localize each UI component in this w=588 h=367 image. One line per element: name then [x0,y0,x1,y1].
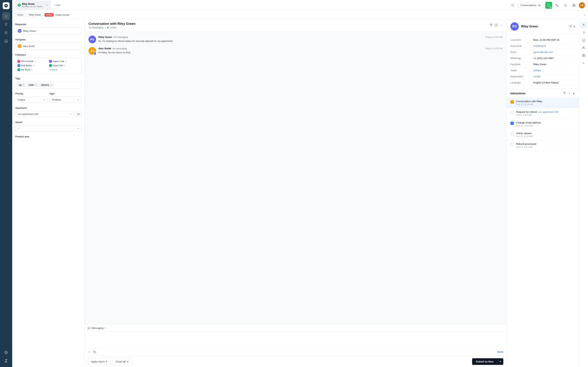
follower-dot [49,60,52,63]
notifications-btn[interactable] [562,2,569,9]
follower-remove[interactable]: ✕ [31,69,33,71]
rs-list-icon[interactable] [580,29,587,36]
followers-label: Followers [15,54,81,56]
tag-vip-remove[interactable]: ✕ [22,84,24,86]
interactions-collapse-icon[interactable]: ▲ [572,92,575,95]
priority-select[interactable]: Urgent ▾ [15,97,47,103]
tag-order-remove[interactable]: ✕ [35,84,36,86]
svg-point-9 [78,114,79,115]
reply-tools: ☺ 📎 [88,350,96,354]
nav-tickets[interactable]: ☰ [2,21,10,28]
interactions-header[interactable]: Interactions ⋮ ▲ [507,89,579,98]
interaction-content-4: Article viewed Jan 21, 9:14 AM [516,132,575,138]
tag-delivery-remove[interactable]: ✕ [50,84,51,86]
reply-channel-selector[interactable]: Messaging ▾ [88,327,503,332]
svg-rect-25 [582,56,583,57]
filter-icon[interactable] [490,24,493,27]
follower-name: Hope Hall [53,64,63,67]
attachment-icon[interactable]: 📎 [93,350,96,354]
breadcrumb-org[interactable]: Acme [15,13,25,17]
interactions-more-icon[interactable]: ⋮ [568,92,571,95]
apartment-chevron: ▾ [70,113,71,116]
apply-macro-button[interactable]: Apply macro ▾ [88,358,111,365]
interaction-icon-5 [510,143,514,146]
interaction-title-2: Request for refund: Lux apartment 203 [516,110,575,113]
close-tab-button[interactable]: Close tab ▾ [112,358,132,365]
svg-line-13 [570,25,571,26]
message-row-2: AS Alex Smith via messaging Today at 9:0… [88,47,503,55]
breadcrumb-user[interactable]: Riley Green [27,13,43,17]
about-select[interactable]: - ▾ [15,125,81,132]
apartment-select[interactable]: Lux apartment 203 ▾ [15,111,74,117]
submit-dropdown-button[interactable]: ▾ [497,358,503,365]
current-tab[interactable]: Riley Green Hi Riley, let me check ... ✕ [15,1,51,10]
interaction-item-3[interactable]: Change email address Jan 21, 9:43 AM [507,119,579,130]
conversations-btn[interactable]: Conversations 0 [518,2,544,8]
breadcrumb-right: › [584,13,585,17]
interaction-item-5[interactable]: Refund processed Jan 21, 8:14 AM [507,140,579,151]
content-columns: Requester RG Riley Green Assignee AS Ale… [12,19,588,367]
apartment-row: Lux apartment 203 ▾ [15,111,81,117]
reply-input-area[interactable] [88,333,503,348]
nav-users[interactable] [2,29,10,37]
rs-book-icon[interactable] [580,37,587,44]
contact-header-actions: ▾ [569,25,575,28]
svg-marker-14 [563,92,566,94]
rs-grid-icon[interactable] [580,52,587,59]
contact-row-email: Email rgreen@mail.com [510,49,575,55]
rs-add-icon[interactable] [580,60,587,67]
user-avatar[interactable]: AS [579,2,585,8]
app-logo [3,2,9,9]
interaction-link-2[interactable]: Lux apartment 203 [538,110,559,113]
assignee-input[interactable]: AS Alex Smith [15,42,81,50]
nav-zendesk[interactable]: Z [2,357,10,365]
collapse-icon[interactable]: ▾ [573,25,575,28]
tab-close-btn[interactable]: ✕ [46,4,48,7]
interaction-date-4: Jan 21, 9:14 AM [516,135,575,138]
svg-point-12 [94,53,96,54]
follower-remove[interactable]: ✕ [34,60,36,63]
interactions-filter-icon[interactable] [563,92,566,95]
interaction-item-1[interactable]: Conversation with Riley Feb 12, 8:14 AM [507,98,579,108]
type-select[interactable]: Problem ▾ [50,97,82,103]
apartment-label: Apartment [15,107,81,109]
grid-btn[interactable] [571,2,577,9]
contact-row-localtime: Local time Mon, 12:46 PM GMT+8 [510,37,575,43]
rs-people-icon[interactable] [580,44,587,51]
messages-area: RG Riley Green via messaging Today at 9:… [85,32,506,324]
followers-more[interactable]: +2 more [49,68,79,71]
requester-input[interactable]: RG Riley Green [15,27,81,34]
rs-user-icon[interactable] [580,22,587,28]
more-icon[interactable]: ⋮ [500,24,503,27]
product-area-label: Product area [15,135,81,138]
interactions-label: Interactions [510,92,526,95]
interaction-item-2[interactable]: Request for refund: Lux apartment 203 Fe… [507,108,579,119]
compose-btn[interactable] [545,2,552,9]
expand-btn[interactable]: › [584,13,585,17]
contact-row-organization: Organization ACME [510,74,575,80]
contact-avatar: RG [510,22,519,31]
phone-btn[interactable] [554,2,561,9]
search-btn[interactable] [509,2,516,9]
active-dot [107,27,109,28]
interaction-item-4[interactable]: Article viewed Jan 21, 9:14 AM [507,130,579,140]
interaction-date-1: Feb 12, 8:14 AM [516,103,575,106]
add-tab-btn[interactable]: + Add [52,3,62,8]
nav-home[interactable]: ⌂ [2,12,10,20]
nav-settings[interactable] [2,349,10,356]
tags-container[interactable]: vip ✕ order ✕ delivery ✕ [15,81,81,89]
apartment-eye-btn[interactable] [75,111,81,117]
send-button[interactable]: Send [497,350,503,353]
svg-rect-24 [584,54,585,55]
svg-marker-10 [490,24,492,26]
nav-reports[interactable] [2,37,10,45]
follower-remove[interactable]: ✕ [65,60,67,63]
interaction-icon-4 [510,132,514,136]
history-icon[interactable] [494,24,498,27]
submit-as-new-button[interactable]: Submit as New [472,358,497,365]
follower-remove[interactable]: ✕ [33,64,34,67]
contact-row-language: Language English (United States) [510,80,575,86]
emoji-icon[interactable]: ☺ [88,350,91,354]
external-link-icon[interactable] [569,25,572,28]
follower-remove[interactable]: ✕ [63,64,65,67]
